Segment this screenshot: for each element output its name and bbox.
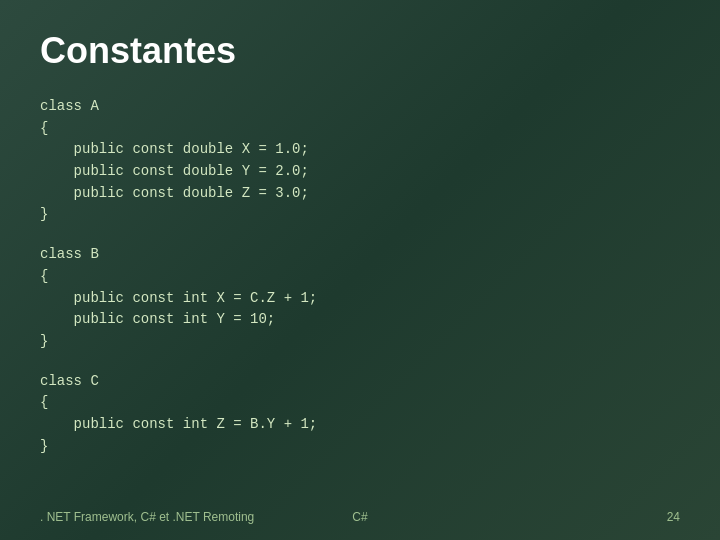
code-section-b: class B { public const int X = C.Z + 1; …	[40, 244, 680, 352]
code-line: public const int Z = B.Y + 1;	[40, 414, 680, 436]
code-line: {	[40, 118, 680, 140]
code-section-c: class C { public const int Z = B.Y + 1; …	[40, 371, 680, 458]
code-line: }	[40, 436, 680, 458]
code-line: {	[40, 392, 680, 414]
code-line: class C	[40, 371, 680, 393]
code-line: }	[40, 331, 680, 353]
code-line: class A	[40, 96, 680, 118]
code-line: public const double X = 1.0;	[40, 139, 680, 161]
slide-title: Constantes	[40, 30, 680, 72]
code-line: public const int Y = 10;	[40, 309, 680, 331]
footer-right: 24	[667, 510, 680, 524]
code-line: {	[40, 266, 680, 288]
code-line: public const int X = C.Z + 1;	[40, 288, 680, 310]
footer-center: C#	[352, 510, 367, 524]
footer-left: . NET Framework, C# et .NET Remoting	[40, 510, 254, 524]
code-line: public const double Z = 3.0;	[40, 183, 680, 205]
code-line: class B	[40, 244, 680, 266]
code-line: }	[40, 204, 680, 226]
slide: Constantes class A { public const double…	[0, 0, 720, 540]
code-line: public const double Y = 2.0;	[40, 161, 680, 183]
code-section-a: class A { public const double X = 1.0; p…	[40, 96, 680, 226]
